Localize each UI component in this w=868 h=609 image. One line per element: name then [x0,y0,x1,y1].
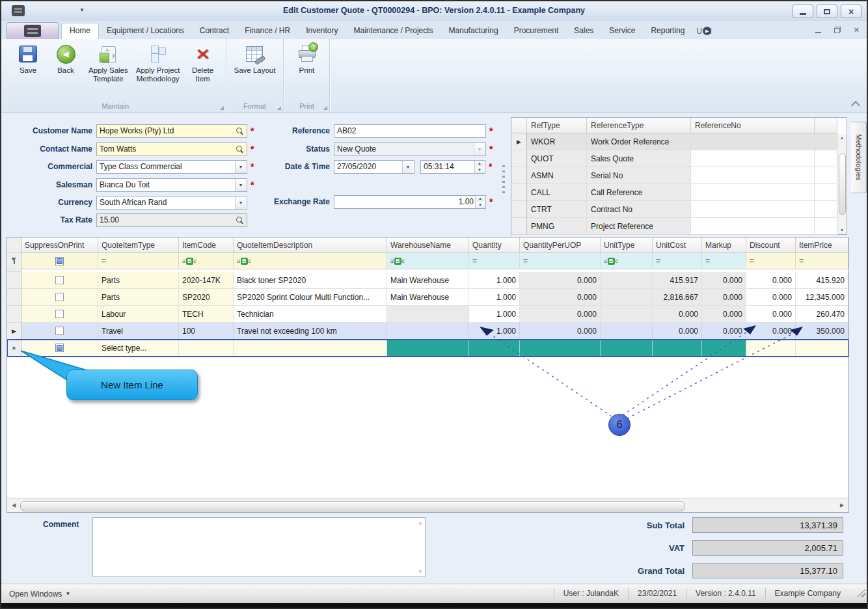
tab-maintenance-projects[interactable]: Maintenance / Projects [346,23,441,39]
cell-quoteitemtype[interactable]: Select type... [98,340,179,357]
filter-cell-quoteitemdescription[interactable]: aBc [234,253,387,269]
cell-quantityperuop[interactable]: 0.000 [520,306,601,323]
new-item-row[interactable]: ∗Select type... [7,340,848,357]
open-windows-button[interactable]: Open Windows ▼ [9,589,70,599]
cell-referenceno[interactable] [691,167,815,184]
delete-item-button[interactable]: ×DeleteItem [184,42,222,85]
cell-itemprice[interactable]: 415.920 [796,272,848,289]
apply-sales-template-button[interactable]: Apply SalesTemplate [85,42,132,85]
cell-discount[interactable]: 0.000 [746,306,796,323]
cell-itemcode[interactable]: 2020-147K [179,272,234,289]
cell-unitcost[interactable]: 415.917 [653,272,702,289]
spinner-up-icon[interactable]: ▲ [476,196,485,202]
apply-project-methodology-button[interactable]: Apply ProjectMethodology [132,42,184,85]
chevron-down-icon[interactable]: ▼ [235,196,246,209]
filter-cell-discount[interactable]: = [746,253,796,269]
save-button[interactable]: Save [9,42,47,76]
cell-unitcost[interactable]: 0.000 [653,306,702,323]
cell-suppressonprint[interactable] [21,306,98,323]
filter-cell-unitcost[interactable]: = [653,253,702,269]
commercial-dropdown[interactable]: Type Class Commercial ▼ [96,160,247,174]
cell-quoteitemdescription[interactable]: Black toner SP2020 [234,272,387,289]
cell-itemcode[interactable]: TECH [179,306,234,323]
exchange-rate-spinner[interactable]: ▲▼ [475,196,485,208]
table-row[interactable]: PMNGProject Reference [511,218,847,235]
cell-unittype[interactable] [601,272,653,289]
checkbox[interactable] [55,293,64,301]
scroll-left-icon[interactable]: ◀ [10,502,18,508]
cell-quoteitemtype[interactable]: Parts [98,272,179,289]
cell-quoteitemtype[interactable]: Parts [98,289,179,306]
header-cell-warehousename[interactable]: WarehouseName [387,237,469,253]
cell-discount[interactable] [746,340,796,357]
cell-itemprice[interactable] [796,340,848,357]
tab-overflow[interactable]: U▶l [692,23,715,39]
filter-cell-suppressonprint[interactable] [21,253,98,269]
header-cell-referencetype[interactable]: ReferenceType [587,118,691,133]
cell-discount[interactable]: 0.000 [746,289,796,306]
cell-quoteitemdescription[interactable]: SP2020 Sprint Colour Multi Function... [234,289,387,306]
dialog-launcher-icon[interactable] [220,106,224,110]
cell-markup[interactable]: 0.000 [702,289,746,306]
scroll-right-icon[interactable]: ▶ [838,502,846,508]
spinner-down-icon[interactable]: ▼ [475,167,484,173]
header-cell-itemcode[interactable]: ItemCode [179,237,234,253]
scroll-down-icon[interactable]: ▼ [840,228,845,233]
filter-cell-quantity[interactable]: = [469,253,520,269]
header-cell-unittype[interactable]: UnitType [601,237,653,253]
mdi-close-icon[interactable]: × [854,26,859,34]
table-row[interactable]: LabourTECHTechnician1.0000.0000.0000.000… [7,306,848,323]
checkbox[interactable] [55,344,64,352]
tab-equipment-locations[interactable]: Equipment / Locations [99,23,192,39]
checkbox[interactable] [55,257,64,265]
table-row[interactable]: CALLCall Reference [511,184,847,201]
header-cell-quantityperuop[interactable]: QuantityPerUOP [520,237,601,253]
cell-quantity[interactable]: 1.000 [469,306,520,323]
cell-unitcost[interactable]: 2,816.667 [653,289,702,306]
filter-cell-itemcode[interactable]: aBc [179,253,234,269]
header-cell-markup[interactable]: Markup [702,237,746,253]
cell-itemcode[interactable] [179,340,234,357]
cell-referenceno[interactable] [691,133,815,150]
tax-rate-field[interactable]: 15.00 [96,213,247,227]
header-cell-quoteitemdescription[interactable]: QuoteItemDescription [234,237,387,253]
cell-itemcode[interactable]: SP2020 [179,289,234,306]
tab-procurement[interactable]: Procurement [506,23,567,39]
contact-name-field[interactable]: Tom Watts [96,142,247,156]
cell-quantity[interactable]: 1.000 [469,323,520,340]
search-icon[interactable] [236,127,244,135]
tab-methodologies[interactable]: Methodologies [851,122,867,193]
customer-name-field[interactable]: Hope Works (Pty) Ltd [96,124,247,138]
close-button[interactable]: × [841,5,861,18]
mdi-minimize-icon[interactable] [815,32,821,33]
cell-referenceno[interactable] [691,218,815,235]
tab-home[interactable]: Home [61,23,99,39]
comment-input[interactable]: ▲ ▼ [92,517,426,577]
header-cell-unitcost[interactable]: UnitCost [653,237,702,253]
cell-unittype[interactable] [601,289,653,306]
cell-warehousename[interactable] [387,323,469,340]
filter-cell-unittype[interactable]: aBc [601,253,653,269]
minimize-button[interactable] [793,5,813,18]
application-menu-button[interactable] [7,22,59,40]
filter-cell-quantityperuop[interactable]: = [520,253,601,269]
back-button[interactable]: ◀Back [47,42,85,76]
splitter-handle[interactable] [502,165,505,194]
header-cell-quantity[interactable]: Quantity [469,237,520,253]
reference-grid-scrollbar[interactable]: ▲ ▼ [837,134,847,234]
date-field[interactable]: 27/05/2020 ▼ [334,160,414,174]
checkbox[interactable] [55,327,64,335]
cell-unitcost[interactable] [653,340,702,357]
cell-quantity[interactable] [469,340,520,357]
scrollbar-thumb[interactable] [839,154,846,215]
cell-markup[interactable]: 0.000 [702,306,746,323]
cell-quoteitemdescription[interactable]: Technician [234,306,387,323]
checkbox[interactable] [55,310,64,318]
checkbox[interactable] [55,276,64,284]
cell-quoteitemtype[interactable]: Labour [98,306,179,323]
cell-itemprice[interactable]: 12,345.000 [796,289,848,306]
header-cell-referenceno[interactable]: ReferenceNo [691,118,815,133]
cell-quantityperuop[interactable]: 0.000 [520,272,601,289]
dialog-launcher-icon[interactable] [323,106,327,110]
spinner-down-icon[interactable]: ▼ [476,202,485,208]
